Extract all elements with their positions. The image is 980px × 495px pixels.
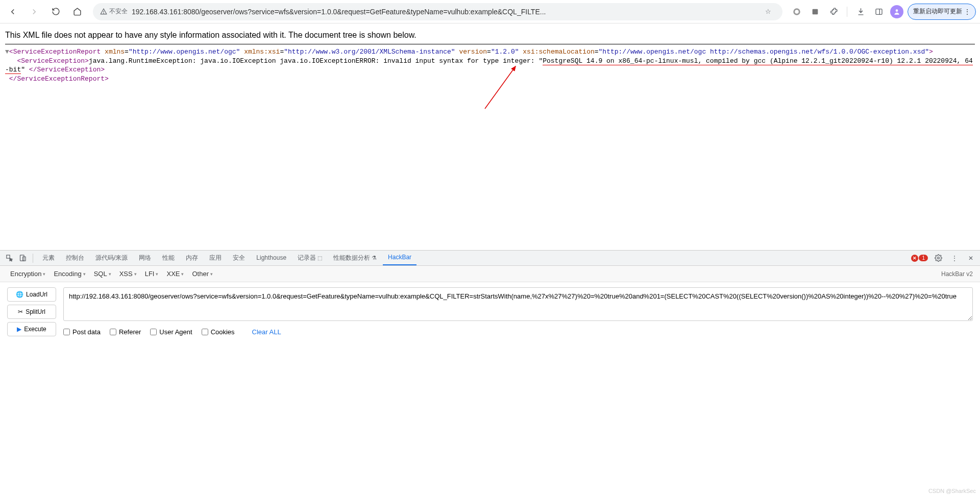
tab-hackbar[interactable]: HackBar xyxy=(383,251,416,265)
tab-sources[interactable]: 源代码/来源 xyxy=(90,251,133,266)
insecure-badge: 不安全 xyxy=(100,7,128,16)
browser-toolbar: 不安全 192.168.43.161:8080/geoserver/ows?se… xyxy=(0,0,980,23)
close-icon[interactable]: ✕ xyxy=(965,252,977,264)
tab-security[interactable]: 安全 xyxy=(228,251,250,266)
more-icon[interactable]: ⋮ xyxy=(948,252,961,264)
tab-memory[interactable]: 内存 xyxy=(181,251,203,266)
tree-toggle[interactable]: ▼ xyxy=(5,48,9,56)
menu-dots-icon: ⋮ xyxy=(964,8,970,15)
avatar[interactable] xyxy=(890,5,903,18)
tabs-divider xyxy=(33,254,33,263)
star-icon[interactable]: ☆ xyxy=(761,5,775,19)
tab-recorder[interactable]: 记录器 xyxy=(292,251,327,266)
error-indicator[interactable]: ✕1 xyxy=(911,255,928,262)
svg-point-11 xyxy=(937,257,939,259)
clear-all-link[interactable]: Clear ALL xyxy=(252,328,281,336)
sidepanel-icon[interactable] xyxy=(872,5,886,19)
xml-tree: ▼<ServiceExceptionReport xmlns="http://w… xyxy=(5,47,975,83)
tab-perf-insights[interactable]: 性能数据分析 xyxy=(328,251,382,266)
svg-rect-8 xyxy=(6,255,9,258)
url-text: 192.168.43.161:8080/geoserver/ows?servic… xyxy=(132,8,757,16)
svg-point-2 xyxy=(794,9,800,14)
scissors-icon: ✂ xyxy=(18,308,23,315)
execute-button[interactable]: ▶Execute xyxy=(7,322,56,336)
tab-network[interactable]: 网络 xyxy=(134,251,156,266)
toolbar-divider xyxy=(847,7,847,17)
update-button[interactable]: 重新启动即可更新⋮ xyxy=(908,4,976,20)
menu-other[interactable]: Other xyxy=(189,268,216,280)
home-button[interactable] xyxy=(68,3,86,20)
svg-point-6 xyxy=(896,9,898,12)
svg-rect-3 xyxy=(813,9,818,14)
cookies-checkbox[interactable]: Cookies xyxy=(202,328,235,336)
svg-rect-4 xyxy=(876,9,882,14)
devtools-panel: 元素 控制台 源代码/来源 网络 性能 内存 应用 安全 Lighthouse … xyxy=(0,250,980,495)
downloads-icon[interactable] xyxy=(853,5,868,19)
menu-xss[interactable]: XSS xyxy=(116,268,140,280)
tab-elements[interactable]: 元素 xyxy=(37,251,60,266)
watermark: CSDN @SharkSec xyxy=(928,488,976,494)
extensions-icon[interactable] xyxy=(826,5,841,19)
settings-icon[interactable] xyxy=(932,252,944,264)
play-icon: ▶ xyxy=(17,326,21,333)
hackbar-version: HackBar v2 xyxy=(941,270,973,278)
tab-application[interactable]: 应用 xyxy=(204,251,227,266)
svg-rect-9 xyxy=(20,255,24,261)
loadurl-button[interactable]: 🌐LoadUrl xyxy=(7,287,56,302)
hackbar-options: Post data Referer User Agent Cookies Cle… xyxy=(63,326,973,336)
device-icon[interactable] xyxy=(16,252,29,264)
url-textarea[interactable] xyxy=(63,287,973,321)
xml-notice: This XML file does not appear to have an… xyxy=(5,28,975,44)
ext-icon[interactable] xyxy=(808,5,822,19)
tab-console[interactable]: 控制台 xyxy=(61,251,89,266)
hackbar-right: Post data Referer User Agent Cookies Cle… xyxy=(63,287,973,490)
tab-performance[interactable]: 性能 xyxy=(157,251,180,266)
devtools-tabs: 元素 控制台 源代码/来源 网络 性能 内存 应用 安全 Lighthouse … xyxy=(0,251,980,266)
reload-button[interactable] xyxy=(47,3,64,20)
menu-sql[interactable]: SQL xyxy=(91,268,114,280)
hackbar-toolbar: Encryption Encoding SQL XSS LFI XXE Othe… xyxy=(0,266,980,282)
hackbar-buttons: 🌐LoadUrl ✂SplitUrl ▶Execute xyxy=(7,287,56,490)
useragent-checkbox[interactable]: User Agent xyxy=(150,328,192,336)
spliturl-button[interactable]: ✂SplitUrl xyxy=(7,305,56,319)
referer-checkbox[interactable]: Referer xyxy=(110,328,141,336)
menu-lfi[interactable]: LFI xyxy=(142,268,162,280)
menu-encryption[interactable]: Encryption xyxy=(7,268,48,280)
svg-point-1 xyxy=(104,13,104,13)
globe-icon: 🌐 xyxy=(16,291,23,298)
circle-icon[interactable] xyxy=(790,5,804,19)
inspect-icon[interactable] xyxy=(3,252,15,264)
back-button[interactable] xyxy=(4,3,21,20)
tab-lighthouse[interactable]: Lighthouse xyxy=(251,251,291,265)
postdata-checkbox[interactable]: Post data xyxy=(63,328,101,336)
forward-button[interactable] xyxy=(26,3,43,20)
xml-viewer: This XML file does not appear to have an… xyxy=(0,23,980,87)
hackbar-body: 🌐LoadUrl ✂SplitUrl ▶Execute Post data Re… xyxy=(0,282,980,495)
menu-encoding[interactable]: Encoding xyxy=(51,268,88,280)
menu-xxe[interactable]: XXE xyxy=(163,268,187,280)
url-bar[interactable]: 不安全 192.168.43.161:8080/geoserver/ows?se… xyxy=(93,3,782,20)
